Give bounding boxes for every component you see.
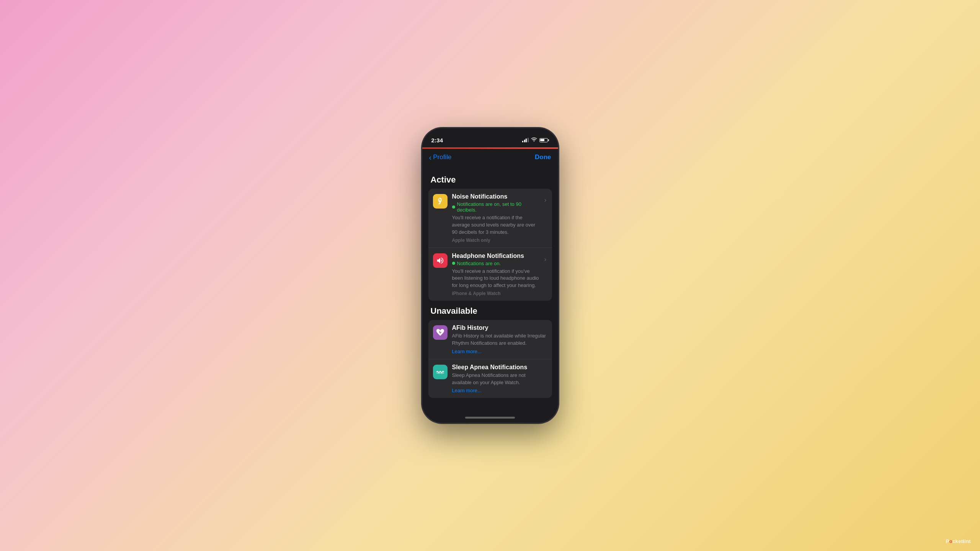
noise-status-dot bbox=[452, 205, 455, 209]
afib-history-item: AFib History AFib History is not availab… bbox=[428, 320, 552, 359]
afib-title: AFib History bbox=[452, 324, 547, 331]
phone-frame: 2:34 bbox=[422, 128, 558, 423]
headphone-status: Notifications are on. bbox=[452, 261, 540, 266]
noise-description: You'll receive a notification if the ave… bbox=[452, 214, 540, 236]
noise-footer: Apple Watch only bbox=[452, 238, 540, 243]
headphone-status-dot bbox=[452, 262, 455, 265]
watermark-highlight: o bbox=[949, 538, 952, 544]
home-bar bbox=[465, 417, 515, 419]
sleep-apnea-learn-more-link[interactable]: Learn more... bbox=[452, 388, 547, 393]
speaker-icon bbox=[436, 256, 444, 265]
home-indicator bbox=[422, 412, 558, 423]
sleep-apnea-description: Sleep Apnea Notifications are not availa… bbox=[452, 372, 547, 386]
wifi-icon bbox=[531, 137, 537, 143]
afib-learn-more-link[interactable]: Learn more... bbox=[452, 349, 547, 354]
noise-chevron-icon: › bbox=[544, 196, 547, 204]
headphone-notifications-item[interactable]: Headphone Notifications Notifications ar… bbox=[428, 248, 552, 301]
afib-icon-container bbox=[433, 325, 448, 340]
back-button[interactable]: ‹ Profile bbox=[429, 153, 452, 161]
unavailable-list-card: AFib History AFib History is not availab… bbox=[428, 320, 552, 398]
noise-status-text: Notifications are on, set to 90 decibels… bbox=[457, 201, 540, 213]
ear-icon bbox=[436, 197, 444, 205]
content-scroll[interactable]: Active Noise Notifications Notifications… bbox=[422, 166, 558, 412]
back-label: Profile bbox=[433, 153, 451, 161]
sleep-apnea-icon-container bbox=[433, 365, 448, 379]
heart-icon bbox=[436, 328, 444, 337]
headphone-title: Headphone Notifications bbox=[452, 253, 540, 259]
sleep-apnea-title: Sleep Apnea Notifications bbox=[452, 364, 547, 371]
pocketlint-watermark: Pocketlint bbox=[946, 538, 971, 544]
active-list-card: Noise Notifications Notifications are on… bbox=[428, 189, 552, 301]
section-active-header: Active bbox=[431, 175, 552, 185]
section-unavailable-header: Unavailable bbox=[431, 306, 552, 316]
headphone-status-text: Notifications are on. bbox=[457, 261, 501, 266]
status-icons bbox=[522, 137, 549, 143]
headphone-notifications-content: Headphone Notifications Notifications ar… bbox=[452, 253, 540, 297]
noise-title: Noise Notifications bbox=[452, 193, 540, 200]
status-time: 2:34 bbox=[431, 137, 443, 143]
noise-status: Notifications are on, set to 90 decibels… bbox=[452, 201, 540, 213]
screen: 2:34 bbox=[422, 128, 558, 423]
noise-icon-container bbox=[433, 194, 448, 209]
nav-bar: ‹ Profile Done bbox=[422, 149, 558, 166]
headphone-footer: iPhone & Apple Watch bbox=[452, 291, 540, 296]
done-button[interactable]: Done bbox=[535, 153, 551, 161]
noise-notifications-content: Noise Notifications Notifications are on… bbox=[452, 193, 540, 243]
afib-description: AFib History is not available while Irre… bbox=[452, 333, 547, 347]
headphone-icon-container bbox=[433, 253, 448, 268]
battery-icon bbox=[539, 138, 549, 142]
sleep-apnea-content: Sleep Apnea Notifications Sleep Apnea No… bbox=[452, 364, 547, 394]
chevron-left-icon: ‹ bbox=[429, 153, 432, 161]
wave-icon bbox=[436, 368, 444, 376]
headphone-description: You'll receive a notification if you've … bbox=[452, 268, 540, 290]
status-bar: 2:34 bbox=[422, 128, 558, 147]
headphone-chevron-icon: › bbox=[544, 256, 547, 263]
signal-icon bbox=[522, 138, 529, 142]
afib-content: AFib History AFib History is not availab… bbox=[452, 324, 547, 354]
noise-notifications-item[interactable]: Noise Notifications Notifications are on… bbox=[428, 189, 552, 248]
sleep-apnea-item: Sleep Apnea Notifications Sleep Apnea No… bbox=[428, 359, 552, 398]
